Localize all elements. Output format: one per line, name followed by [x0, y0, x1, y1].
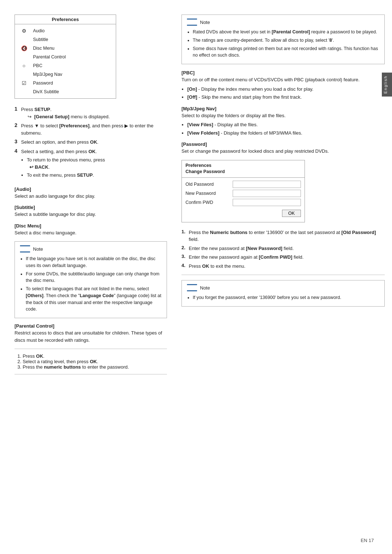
mp3-list: [View Files] - Display all the files. [V…	[187, 121, 385, 136]
step-1: 1 Press SETUP. ↪ [General Setup] menu is…	[15, 106, 167, 120]
spacer3	[20, 71, 28, 78]
right-note2-item-1: If you forget the password, enter '13690…	[193, 294, 379, 301]
step-2-content: Press ▼ to select [Preferences], and the…	[21, 122, 167, 136]
parental-header: [Parental Control]	[15, 323, 167, 329]
pref-items: Audio Subtitle Disc Menu Parental Contro…	[33, 27, 66, 95]
subtitle-text: Select a subtitle language for disc play…	[15, 211, 167, 218]
audio-section: [Audio] Select an audio language for dis…	[15, 186, 167, 200]
note-icon-1	[20, 245, 30, 253]
pwd-step-2-num: 2.	[181, 245, 189, 250]
parental-step-2: 2. Select a rating level, then press OK.	[17, 359, 167, 364]
pwd-step-1: 1. Press the Numeric buttons to enter '1…	[181, 229, 385, 243]
password-text: Set or change the password for locked di…	[181, 148, 385, 155]
right-note1-list: Rated DVDs above the level you set in [P…	[193, 29, 379, 59]
mp3-view-files: [View Files] - Display all the files.	[187, 121, 385, 128]
spacer1	[20, 36, 28, 43]
parental-text: Restrict access to discs that are unsuit…	[15, 329, 167, 344]
confirm-pwd-input[interactable]	[233, 199, 301, 206]
note-box-1: Note If the language you have set is not…	[15, 241, 167, 318]
password-steps: 1. Press the Numeric buttons to enter '1…	[181, 229, 385, 270]
preferences-title: Preferences	[15, 15, 116, 24]
step-4-bullet-1: To return to the previous menu, press ↩ …	[27, 156, 105, 171]
old-password-input[interactable]	[233, 181, 301, 188]
step-1-content: Press SETUP. ↪ [General Setup] menu is d…	[21, 106, 110, 120]
disc-menu-text: Select a disc menu language.	[15, 229, 167, 237]
pref-pbc: PBC	[33, 62, 66, 69]
pwd-ok-row: OK	[185, 210, 301, 217]
pwd-step-3: 3. Enter the new password again at [Conf…	[181, 254, 385, 261]
step-4-content: Select a setting, and then press OK. To …	[21, 148, 105, 181]
right-note1-item-2: The ratings are country-dependent. To al…	[193, 37, 379, 44]
pbc-section: [PBC] Turn on or off the content menu of…	[181, 70, 385, 101]
step-4-num: 4	[15, 148, 21, 154]
password-section: [Password] Set or change the password fo…	[181, 141, 385, 155]
pwd-step-3-num: 3.	[181, 254, 189, 259]
old-password-label: Old Password	[185, 182, 233, 187]
subtitle-section: [Subtitle] Select a subtitle language fo…	[15, 205, 167, 218]
note-title-1: Note	[33, 246, 43, 252]
note-box-right-2: Note If you forget the password, enter '…	[181, 280, 385, 307]
audio-text: Select an audio language for disc play.	[15, 193, 167, 200]
pwd-step-1-content: Press the Numeric buttons to enter '1369…	[189, 229, 385, 243]
password-change-box: Preferences Change Password Old Password…	[181, 160, 305, 222]
confirm-pwd-row: Confirm PWD	[185, 199, 301, 206]
note-icon-right-1	[187, 19, 197, 26]
note-title-right-1: Note	[200, 20, 210, 25]
parental-step-1: 1. Press OK.	[17, 353, 167, 359]
parental-num-list: 1. Press OK. 2. Select a rating level, t…	[17, 353, 167, 370]
step-4-bullet-2: To exit the menu, press SETUP.	[27, 172, 105, 179]
spacer2	[20, 53, 28, 61]
new-password-input[interactable]	[233, 190, 301, 197]
pwd-title-line2: Change Password	[185, 169, 225, 174]
pbc-header: [PBC]	[181, 70, 385, 75]
steps-section: 1 Press SETUP. ↪ [General Setup] menu is…	[15, 106, 167, 181]
pwd-step-4: 4. Press OK to exit the menu.	[181, 263, 385, 270]
pbc-item-off: [Off] - Skip the menu and start play fro…	[187, 94, 385, 101]
pwd-step-3-content: Enter the new password again at [Confirm…	[189, 254, 303, 261]
divider-2	[15, 374, 167, 374]
pbc-list: [On] - Display the index menu when you l…	[187, 86, 385, 101]
pwd-title-line1: Preferences	[185, 163, 212, 168]
pwd-step-4-content: Press OK to exit the menu.	[189, 263, 245, 270]
speaker-icon: 🔇	[20, 45, 28, 52]
pwd-ok-button[interactable]: OK	[282, 210, 301, 217]
mp3-text: Select to display the folders or display…	[181, 112, 385, 119]
mp3-view-folders: [View Folders] - Display the folders of …	[187, 130, 385, 137]
pref-disc-menu: Disc Menu	[33, 45, 66, 52]
step-1-num: 1	[15, 106, 21, 112]
note1-item-1: If the language you have set is not avai…	[26, 255, 162, 269]
parental-control-section: [Parental Control] Restrict access to di…	[15, 323, 167, 344]
pref-divx: DivX Subtitle	[33, 88, 66, 95]
confirm-pwd-label: Confirm PWD	[185, 200, 233, 205]
circle-icon: ○	[20, 62, 28, 69]
divider-1	[15, 349, 167, 349]
pwd-box-title: Preferences Change Password	[182, 160, 305, 178]
note-icon-right-2	[187, 284, 197, 291]
password-header: [Password]	[181, 141, 385, 147]
step-2: 2 Press ▼ to select [Preferences], and t…	[15, 122, 167, 136]
language-tab: English	[382, 73, 392, 97]
disc-menu-header: [Disc Menu]	[15, 223, 167, 229]
pref-audio: Audio	[33, 27, 66, 34]
old-password-row: Old Password	[185, 181, 301, 188]
left-column: Preferences ⚙ 🔇 ○ ☑	[15, 15, 171, 539]
pref-mp3: Mp3/Jpeg Nav	[33, 71, 66, 78]
disc-menu-section: [Disc Menu] Select a disc menu language.	[15, 223, 167, 237]
mp3-header: [Mp3/Jpeg Nav]	[181, 106, 385, 111]
note1-item-2: For some DVDs, the subtitle/audio langua…	[26, 271, 162, 284]
divider-right	[181, 275, 385, 275]
pwd-step-2: 2. Enter the new password at [New Passwo…	[181, 245, 385, 252]
mp3-section: [Mp3/Jpeg Nav] Select to display the fol…	[181, 106, 385, 137]
pref-password: Password	[33, 79, 66, 87]
checkmark-icon: ☑	[20, 79, 28, 87]
step-4: 4 Select a setting, and then press OK. T…	[15, 148, 167, 181]
step-2-num: 2	[15, 122, 21, 128]
page-number: EN 17	[361, 538, 374, 543]
note-box-right-1: Note Rated DVDs above the level you set …	[181, 15, 385, 64]
new-password-row: New Password	[185, 190, 301, 197]
pref-subtitle: Subtitle	[33, 36, 66, 43]
audio-header: [Audio]	[15, 186, 167, 192]
pref-parental: Parental Control	[33, 53, 66, 61]
pwd-step-1-num: 1.	[181, 229, 189, 234]
preferences-box: Preferences ⚙ 🔇 ○ ☑	[15, 15, 116, 99]
